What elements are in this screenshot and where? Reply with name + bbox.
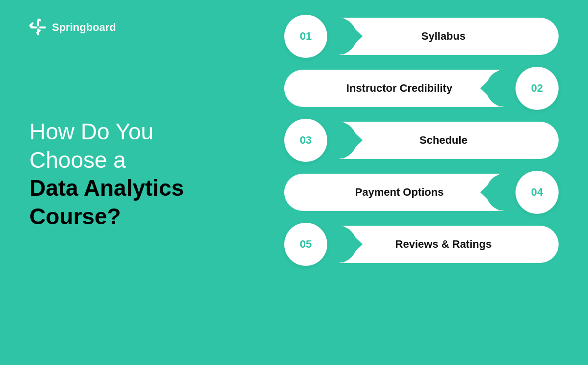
- item-label-5: Reviews & Ratings: [328, 238, 559, 251]
- item-notch-2: [480, 70, 500, 107]
- logo-area: Springboard: [29, 19, 116, 36]
- item-number-3: 03: [284, 119, 327, 162]
- svg-rect-0: [37, 20, 39, 26]
- item-number-4: 04: [515, 171, 559, 214]
- item-notch-4: [480, 174, 500, 211]
- item-number-1: 01: [284, 15, 327, 58]
- svg-rect-3: [39, 26, 46, 28]
- headline-line3: Data Analytics: [29, 174, 216, 203]
- item-row-5: Reviews & Ratings05: [284, 223, 559, 266]
- item-label-4: Payment Options: [284, 186, 514, 199]
- headline: How Do You Choose a Data Analytics Cours…: [29, 118, 216, 231]
- items-list: Syllabus01Instructor Credibility02Schedu…: [284, 15, 559, 266]
- logo-text: Springboard: [52, 21, 116, 34]
- item-label-1: Syllabus: [328, 30, 559, 43]
- springboard-logo-icon: [29, 19, 47, 36]
- headline-line4: Course?: [29, 203, 216, 231]
- item-notch-1: [343, 18, 363, 55]
- item-notch-5: [343, 226, 363, 263]
- item-number-5: 05: [284, 223, 327, 266]
- headline-line2: Choose a: [29, 146, 216, 175]
- headline-line1: How Do You: [29, 118, 216, 146]
- item-row-1: Syllabus01: [284, 15, 559, 58]
- item-notch-3: [343, 122, 363, 159]
- item-label-3: Schedule: [328, 134, 559, 147]
- item-row-3: Schedule03: [284, 119, 559, 162]
- item-label-2: Instructor Credibility: [284, 82, 514, 95]
- item-number-2: 02: [515, 67, 559, 110]
- item-row-2: Instructor Credibility02: [284, 67, 559, 110]
- item-row-4: Payment Options04: [284, 171, 559, 214]
